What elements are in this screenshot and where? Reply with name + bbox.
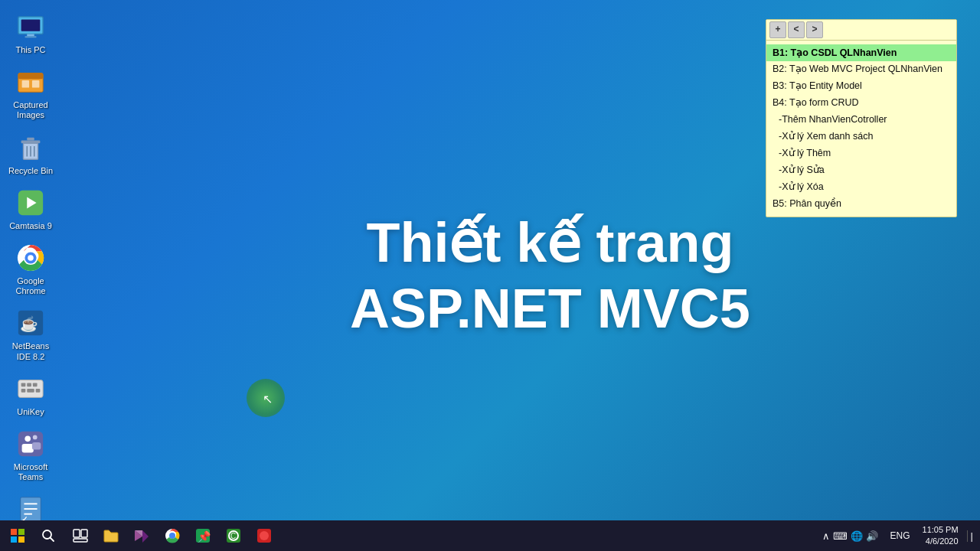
icon-microsoft-teams[interactable]: Microsoft Teams <box>4 425 57 486</box>
svg-point-19 <box>28 255 34 261</box>
taskbar-time: 11:05 PM <box>923 524 959 536</box>
taskbar-visual-studio[interactable] <box>126 520 157 551</box>
svg-rect-48 <box>11 536 17 543</box>
note-item-b4-sub2: -Xử lý Xem danh sách <box>773 128 950 145</box>
svg-rect-46 <box>11 529 17 535</box>
svg-text:☕: ☕ <box>20 315 38 333</box>
svg-rect-32 <box>22 444 34 452</box>
note-item-b4-sub1: -Thêm NhanVienCotroller <box>773 111 950 128</box>
taskbar-task-view[interactable] <box>65 520 96 551</box>
icon-netbeans[interactable]: ☕ NetBeans IDE 8.2 <box>4 304 57 365</box>
captured-images-icon <box>15 67 46 97</box>
note-content: B1: Tạo CSDL QLNhanVien B2: Tạo Web MVC … <box>766 41 956 217</box>
svg-rect-28 <box>36 389 41 393</box>
note-add-button[interactable]: + <box>769 21 786 38</box>
netbeans-icon: ☕ <box>15 308 46 338</box>
taskbar-search-button[interactable] <box>34 520 61 551</box>
note-panel-header: + < > <box>766 20 956 41</box>
icon-captured-images[interactable]: Captured Images <box>4 63 57 124</box>
taskbar-datetime[interactable]: 11:05 PM 4/6/2020 <box>916 524 965 548</box>
this-pc-icon <box>15 11 46 42</box>
svg-rect-53 <box>81 530 87 537</box>
taskbar-chrome-app[interactable] <box>157 520 188 551</box>
note-item-b5: B5: Phân quyền <box>773 195 950 212</box>
svg-rect-24 <box>27 383 31 386</box>
title-line2: ASP.NET MVC5 <box>350 276 750 341</box>
note-item-b4-sub3: -Xử lý Thêm <box>773 145 950 161</box>
icon-google-chrome[interactable]: Google Chrome <box>4 239 57 300</box>
svg-point-31 <box>33 435 38 439</box>
desktop: Thiết kế trang ASP.NET MVC5 This PC <box>0 0 980 551</box>
chrome-label: Google Chrome <box>8 276 54 296</box>
svg-point-60 <box>170 533 175 538</box>
icon-unikey[interactable]: UniKey <box>4 370 57 421</box>
teams-label: Microsoft Teams <box>8 462 54 482</box>
svg-rect-9 <box>21 140 41 143</box>
taskbar-app6[interactable]: C <box>218 520 249 551</box>
svg-rect-3 <box>24 36 36 37</box>
note-item-b2: B2: Tạo Web MVC Project QLNhanVien <box>773 60 950 77</box>
svg-text:C: C <box>230 532 236 540</box>
note-panel: + < > B1: Tạo CSDL QLNhanVien B2: Tạo We… <box>766 19 957 217</box>
svg-point-30 <box>24 435 31 442</box>
svg-rect-52 <box>74 530 80 537</box>
taskbar: 📌 C ∧ ⌨ 🌐 🔊 <box>0 520 980 551</box>
taskbar-system-icons: ∧ ⌨ 🌐 🔊 <box>816 530 884 542</box>
svg-rect-33 <box>32 442 41 450</box>
svg-rect-23 <box>21 383 26 386</box>
taskbar-volume-icon[interactable]: 🔊 <box>866 530 878 542</box>
svg-rect-47 <box>18 529 24 535</box>
taskbar-show-desktop[interactable]: | <box>967 530 976 542</box>
unikey-icon <box>15 373 46 404</box>
svg-rect-5 <box>18 73 43 80</box>
note-next-button[interactable]: > <box>806 21 823 38</box>
note-nav-buttons: + < > <box>769 21 823 38</box>
unikey-label: UniKey <box>17 407 44 417</box>
netbeans-label: NetBeans IDE 8.2 <box>8 341 54 361</box>
icon-this-pc[interactable]: This PC <box>4 8 57 59</box>
desktop-icons: This PC Captured Images <box>4 8 57 551</box>
svg-line-51 <box>50 538 54 542</box>
note-item-b4-sub5: -Xử lý Xóa <box>773 178 950 195</box>
taskbar-right-area: ∧ ⌨ 🌐 🔊 ENG 11:05 PM 4/6/2020 | <box>816 520 981 551</box>
recycle-bin-label: Recycle Bin <box>8 166 53 176</box>
svg-rect-2 <box>27 34 34 37</box>
taskbar-language[interactable]: ENG <box>887 530 914 541</box>
taskbar-date: 4/6/2020 <box>923 536 959 547</box>
note-prev-button[interactable]: < <box>788 21 805 38</box>
taskbar-app-buttons: 📌 C <box>65 520 279 551</box>
start-button[interactable] <box>0 520 34 551</box>
svg-rect-54 <box>74 539 87 542</box>
svg-point-67 <box>260 531 269 540</box>
teams-icon <box>15 429 46 459</box>
recycle-bin-icon <box>15 132 46 163</box>
camtasia-label: Camtasia 9 <box>9 221 52 231</box>
svg-rect-6 <box>22 80 29 88</box>
svg-marker-56 <box>142 530 149 543</box>
note-item-b1: B1: Tạo CSDL QLNhanVien <box>766 44 956 61</box>
taskbar-keyboard-icon[interactable]: ⌨ <box>833 530 848 542</box>
taskbar-file-explorer[interactable] <box>96 520 126 551</box>
main-title: Thiết kế trang ASP.NET MVC5 <box>350 210 750 342</box>
taskbar-app7[interactable] <box>249 520 279 551</box>
chrome-icon <box>15 243 46 273</box>
icon-camtasia[interactable]: Camtasia 9 <box>4 184 57 235</box>
svg-rect-49 <box>18 536 24 543</box>
captured-images-label: Captured Images <box>8 100 54 120</box>
taskbar-expand-icon[interactable]: ∧ <box>822 530 830 542</box>
note-item-b4: B4: Tạo form CRUD <box>773 94 950 111</box>
svg-rect-7 <box>32 80 40 88</box>
this-pc-label: This PC <box>15 45 45 55</box>
title-line1: Thiết kế trang <box>350 210 750 276</box>
taskbar-network-icon[interactable]: 🌐 <box>851 530 863 542</box>
svg-rect-26 <box>21 389 26 393</box>
note-item-b3: B3: Tạo Entity Model <box>773 77 950 94</box>
icon-recycle-bin[interactable]: Recycle Bin <box>4 129 57 180</box>
camtasia-icon <box>15 187 46 218</box>
svg-rect-25 <box>33 383 38 386</box>
cursor-highlight <box>247 379 285 417</box>
svg-rect-10 <box>27 137 34 140</box>
svg-rect-27 <box>27 389 34 393</box>
taskbar-app5[interactable]: 📌 <box>188 520 218 551</box>
svg-rect-1 <box>21 20 41 31</box>
